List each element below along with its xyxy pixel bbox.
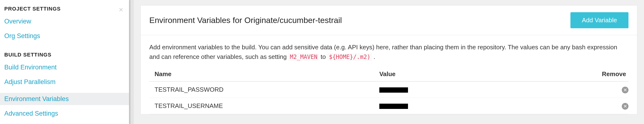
redacted-value — [379, 104, 408, 109]
sidebar-section-project: PROJECT SETTINGS Overview Org Settings — [4, 6, 129, 40]
sidebar-section-build: BUILD SETTINGS Build Environment Adjust … — [4, 52, 129, 117]
desc-code-home: ${HOME}/.m2) — [328, 53, 372, 61]
sidebar-item-environment-variables[interactable]: Environment Variables — [0, 93, 129, 105]
sidebar-item-adjust-parallelism[interactable]: Adjust Parallelism — [4, 78, 129, 86]
env-vars-table: Name Value Remove TESTRAIL_PASSWORD ✕ TE… — [149, 68, 628, 114]
col-header-name: Name — [149, 68, 379, 81]
remove-row-button[interactable]: ✕ — [622, 87, 628, 93]
table-row: TESTRAIL_USERNAME ✕ — [149, 98, 628, 114]
desc-code-m2maven: M2_MAVEN — [288, 53, 319, 61]
redacted-value — [379, 87, 408, 93]
description-text: Add environment variables to the build. … — [149, 42, 628, 62]
desc-tail: . — [372, 53, 375, 60]
sidebar: × PROJECT SETTINGS Overview Org Settings… — [0, 0, 129, 124]
sidebar-item-build-environment[interactable]: Build Environment — [4, 64, 129, 71]
card-body: Add environment variables to the build. … — [141, 35, 637, 114]
col-header-remove: Remove — [590, 68, 629, 81]
col-header-value: Value — [379, 68, 590, 81]
desc-mid: to — [319, 53, 328, 60]
var-value-cell — [379, 81, 590, 98]
table-row: TESTRAIL_PASSWORD ✕ — [149, 81, 628, 98]
card-header: Environment Variables for Originate/cucu… — [141, 6, 637, 35]
scrollbar-divider[interactable] — [129, 0, 134, 124]
sidebar-item-advanced-settings[interactable]: Advanced Settings — [4, 110, 129, 117]
sidebar-item-overview[interactable]: Overview — [4, 18, 129, 25]
add-variable-button[interactable]: Add Variable — [570, 12, 628, 28]
env-vars-card: Environment Variables for Originate/cucu… — [140, 5, 637, 114]
var-value-cell — [379, 98, 590, 114]
var-name-cell: TESTRAIL_PASSWORD — [149, 81, 379, 98]
main-content: Environment Variables for Originate/cucu… — [134, 0, 644, 124]
close-icon[interactable]: × — [119, 6, 123, 14]
remove-row-button[interactable]: ✕ — [622, 103, 628, 110]
var-name-cell: TESTRAIL_USERNAME — [149, 98, 379, 114]
page-title: Environment Variables for Originate/cucu… — [149, 16, 342, 25]
sidebar-item-org-settings[interactable]: Org Settings — [4, 32, 129, 40]
desc-prefix: Add environment variables to the build. … — [149, 44, 617, 60]
section-title-project: PROJECT SETTINGS — [4, 6, 129, 12]
section-title-build: BUILD SETTINGS — [4, 52, 129, 58]
